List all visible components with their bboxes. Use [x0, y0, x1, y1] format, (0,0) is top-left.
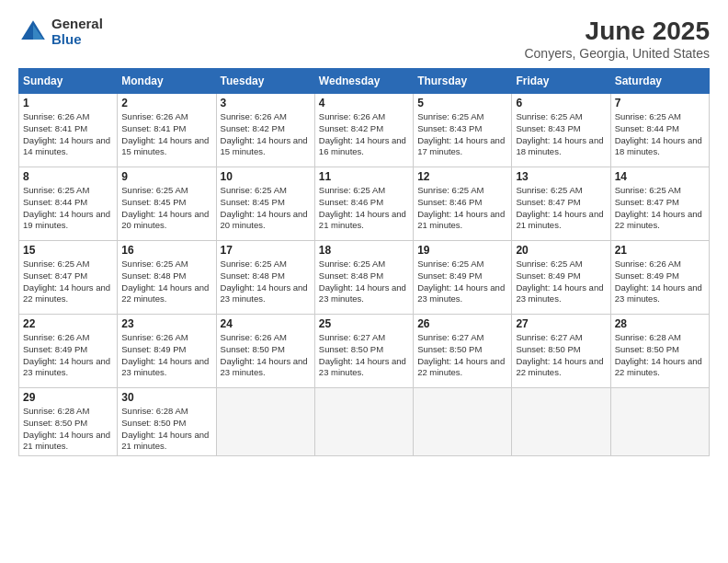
day-info: Sunrise: 6:28 AMSunset: 8:50 PMDaylight:… — [23, 406, 113, 453]
title-area: June 2025 Conyers, Georgia, United State… — [524, 17, 710, 61]
table-row — [414, 388, 512, 456]
day-number: 8 — [23, 170, 113, 183]
header: General Blue June 2025 Conyers, Georgia,… — [18, 17, 710, 61]
col-saturday: Saturday — [610, 69, 709, 94]
table-row: 14Sunrise: 6:25 AMSunset: 8:47 PMDayligh… — [610, 167, 709, 241]
calendar-week-4: 22Sunrise: 6:26 AMSunset: 8:49 PMDayligh… — [19, 315, 710, 388]
logo-general: General — [51, 17, 103, 32]
table-row: 13Sunrise: 6:25 AMSunset: 8:47 PMDayligh… — [512, 167, 610, 241]
table-row: 15Sunrise: 6:25 AMSunset: 8:47 PMDayligh… — [19, 241, 118, 315]
table-row: 12Sunrise: 6:25 AMSunset: 8:46 PMDayligh… — [414, 167, 512, 241]
day-info: Sunrise: 6:25 AMSunset: 8:47 PMDaylight:… — [615, 185, 705, 232]
col-monday: Monday — [118, 69, 216, 94]
calendar-week-3: 15Sunrise: 6:25 AMSunset: 8:47 PMDayligh… — [19, 241, 710, 315]
table-row: 9Sunrise: 6:25 AMSunset: 8:45 PMDaylight… — [118, 167, 216, 241]
day-number: 2 — [121, 97, 211, 109]
day-number: 19 — [417, 244, 507, 257]
month-title: June 2025 — [524, 17, 710, 46]
logo: General Blue — [18, 17, 103, 47]
day-number: 5 — [417, 97, 507, 109]
day-info: Sunrise: 6:25 AMSunset: 8:47 PMDaylight:… — [516, 185, 606, 232]
day-number: 25 — [319, 317, 409, 330]
day-info: Sunrise: 6:25 AMSunset: 8:44 PMDaylight:… — [23, 185, 113, 232]
day-number: 23 — [121, 317, 211, 330]
table-row: 16Sunrise: 6:25 AMSunset: 8:48 PMDayligh… — [118, 241, 216, 315]
table-row: 7Sunrise: 6:25 AMSunset: 8:44 PMDaylight… — [610, 94, 709, 167]
day-number: 15 — [23, 244, 113, 257]
day-info: Sunrise: 6:27 AMSunset: 8:50 PMDaylight:… — [319, 332, 409, 379]
table-row: 30Sunrise: 6:28 AMSunset: 8:50 PMDayligh… — [118, 388, 216, 456]
day-number: 13 — [516, 170, 606, 183]
table-row: 22Sunrise: 6:26 AMSunset: 8:49 PMDayligh… — [19, 315, 118, 388]
day-number: 1 — [23, 97, 113, 109]
table-row: 1Sunrise: 6:26 AMSunset: 8:41 PMDaylight… — [19, 94, 118, 167]
calendar-week-2: 8Sunrise: 6:25 AMSunset: 8:44 PMDaylight… — [19, 167, 710, 241]
table-row: 26Sunrise: 6:27 AMSunset: 8:50 PMDayligh… — [414, 315, 512, 388]
logo-icon — [18, 17, 48, 47]
day-info: Sunrise: 6:25 AMSunset: 8:49 PMDaylight:… — [417, 259, 507, 305]
day-info: Sunrise: 6:26 AMSunset: 8:42 PMDaylight:… — [221, 111, 311, 158]
day-info: Sunrise: 6:25 AMSunset: 8:46 PMDaylight:… — [417, 185, 507, 232]
day-number: 16 — [121, 244, 211, 257]
day-number: 22 — [23, 317, 113, 330]
table-row: 4Sunrise: 6:26 AMSunset: 8:42 PMDaylight… — [314, 94, 413, 167]
day-info: Sunrise: 6:26 AMSunset: 8:42 PMDaylight:… — [319, 111, 409, 158]
day-number: 30 — [121, 391, 211, 404]
day-info: Sunrise: 6:25 AMSunset: 8:45 PMDaylight:… — [221, 185, 311, 232]
day-info: Sunrise: 6:26 AMSunset: 8:41 PMDaylight:… — [23, 111, 113, 158]
day-info: Sunrise: 6:25 AMSunset: 8:49 PMDaylight:… — [516, 259, 606, 305]
day-info: Sunrise: 6:27 AMSunset: 8:50 PMDaylight:… — [417, 332, 507, 379]
table-row — [512, 388, 610, 456]
table-row: 27Sunrise: 6:27 AMSunset: 8:50 PMDayligh… — [512, 315, 610, 388]
col-thursday: Thursday — [414, 69, 512, 94]
day-info: Sunrise: 6:28 AMSunset: 8:50 PMDaylight:… — [121, 406, 211, 453]
col-tuesday: Tuesday — [216, 69, 314, 94]
day-number: 17 — [221, 244, 311, 257]
day-number: 7 — [615, 97, 705, 109]
day-number: 27 — [516, 317, 606, 330]
table-row: 18Sunrise: 6:25 AMSunset: 8:48 PMDayligh… — [314, 241, 413, 315]
table-row: 25Sunrise: 6:27 AMSunset: 8:50 PMDayligh… — [314, 315, 413, 388]
day-number: 14 — [615, 170, 705, 183]
table-row: 20Sunrise: 6:25 AMSunset: 8:49 PMDayligh… — [512, 241, 610, 315]
day-info: Sunrise: 6:26 AMSunset: 8:49 PMDaylight:… — [23, 332, 113, 379]
day-info: Sunrise: 6:28 AMSunset: 8:50 PMDaylight:… — [615, 332, 705, 379]
day-info: Sunrise: 6:26 AMSunset: 8:49 PMDaylight:… — [121, 332, 211, 379]
calendar-week-5: 29Sunrise: 6:28 AMSunset: 8:50 PMDayligh… — [19, 388, 710, 456]
table-row: 2Sunrise: 6:26 AMSunset: 8:41 PMDaylight… — [118, 94, 216, 167]
col-wednesday: Wednesday — [314, 69, 413, 94]
day-info: Sunrise: 6:25 AMSunset: 8:44 PMDaylight:… — [615, 111, 705, 158]
day-number: 29 — [23, 391, 113, 404]
table-row: 6Sunrise: 6:25 AMSunset: 8:43 PMDaylight… — [512, 94, 610, 167]
table-row: 10Sunrise: 6:25 AMSunset: 8:45 PMDayligh… — [216, 167, 314, 241]
day-number: 3 — [221, 97, 311, 109]
logo-text: General Blue — [51, 17, 103, 47]
day-number: 20 — [516, 244, 606, 257]
table-row: 21Sunrise: 6:26 AMSunset: 8:49 PMDayligh… — [610, 241, 709, 315]
table-row: 23Sunrise: 6:26 AMSunset: 8:49 PMDayligh… — [118, 315, 216, 388]
table-row: 8Sunrise: 6:25 AMSunset: 8:44 PMDaylight… — [19, 167, 118, 241]
day-info: Sunrise: 6:25 AMSunset: 8:43 PMDaylight:… — [516, 111, 606, 158]
day-number: 28 — [615, 317, 705, 330]
day-number: 10 — [221, 170, 311, 183]
location: Conyers, Georgia, United States — [524, 46, 710, 61]
col-sunday: Sunday — [19, 69, 118, 94]
header-row: Sunday Monday Tuesday Wednesday Thursday… — [19, 69, 710, 94]
table-row: 28Sunrise: 6:28 AMSunset: 8:50 PMDayligh… — [610, 315, 709, 388]
col-friday: Friday — [512, 69, 610, 94]
table-row — [216, 388, 314, 456]
day-info: Sunrise: 6:25 AMSunset: 8:48 PMDaylight:… — [221, 259, 311, 305]
day-number: 12 — [417, 170, 507, 183]
day-number: 6 — [516, 97, 606, 109]
table-row: 17Sunrise: 6:25 AMSunset: 8:48 PMDayligh… — [216, 241, 314, 315]
day-info: Sunrise: 6:26 AMSunset: 8:50 PMDaylight:… — [221, 332, 311, 379]
table-row: 19Sunrise: 6:25 AMSunset: 8:49 PMDayligh… — [414, 241, 512, 315]
day-info: Sunrise: 6:25 AMSunset: 8:46 PMDaylight:… — [319, 185, 409, 232]
table-row: 3Sunrise: 6:26 AMSunset: 8:42 PMDaylight… — [216, 94, 314, 167]
day-number: 11 — [319, 170, 409, 183]
day-number: 24 — [221, 317, 311, 330]
day-info: Sunrise: 6:26 AMSunset: 8:41 PMDaylight:… — [121, 111, 211, 158]
day-info: Sunrise: 6:25 AMSunset: 8:47 PMDaylight:… — [23, 259, 113, 305]
table-row: 29Sunrise: 6:28 AMSunset: 8:50 PMDayligh… — [19, 388, 118, 456]
calendar-table: Sunday Monday Tuesday Wednesday Thursday… — [18, 68, 710, 456]
